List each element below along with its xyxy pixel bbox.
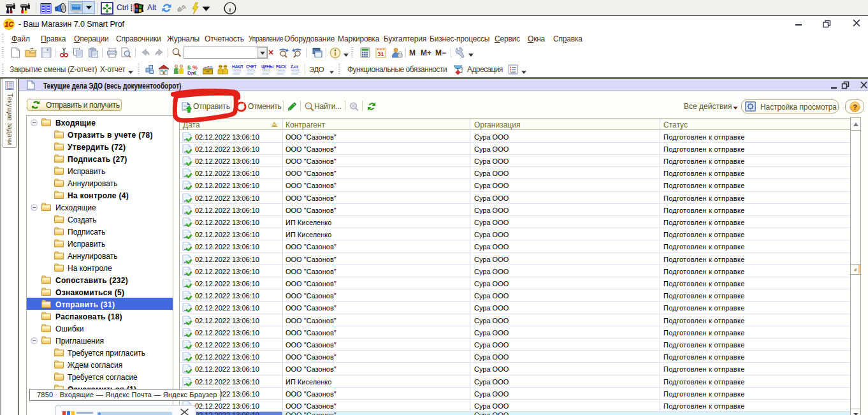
svg-text:€: € — [194, 70, 197, 75]
svg-text:1С: 1С — [5, 20, 14, 28]
svg-text:31: 31 — [377, 51, 384, 57]
svg-text:?: ? — [853, 103, 857, 111]
